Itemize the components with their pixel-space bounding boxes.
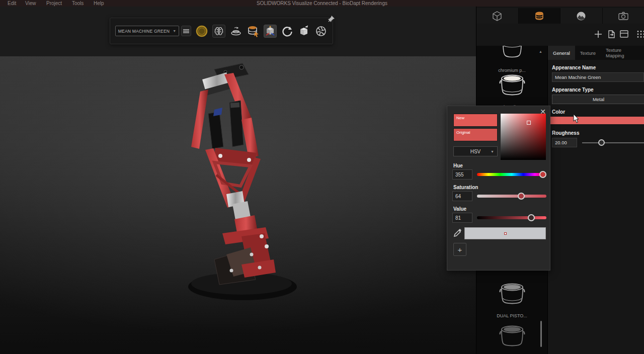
- viewport[interactable]: MEAN MACHINE GREEN ▼: [0, 7, 476, 354]
- appearance-type-button[interactable]: Metal: [552, 95, 644, 104]
- hue-label: Hue: [453, 163, 463, 168]
- tab-texture[interactable]: Texture: [575, 46, 601, 60]
- paint-bucket-cursor-icon[interactable]: [247, 25, 260, 38]
- color-mode-select[interactable]: HSV ▼: [453, 146, 498, 156]
- roughness-slider[interactable]: [582, 139, 644, 146]
- appearance-name-label: Appearance Name: [552, 65, 644, 70]
- eyedropper-icon[interactable]: [453, 228, 462, 240]
- saturation-slider-knob[interactable]: [518, 193, 525, 200]
- window-title: SOLIDWORKS Visualize Connected - BioDapt…: [0, 1, 644, 6]
- list-icon[interactable]: [181, 26, 191, 36]
- original-color-swatch[interactable]: Original: [453, 128, 498, 141]
- color-picker-dialog: ✕ New Original HSV ▼ Hue 355 Saturation …: [447, 106, 550, 271]
- appearance-dropdown-value: MEAN MACHINE GREEN: [118, 29, 170, 34]
- color-mode-value: HSV: [470, 149, 481, 154]
- library-item-red-medium[interactable]: red medium...: [476, 72, 547, 110]
- roughness-slider-knob[interactable]: [598, 139, 605, 146]
- panel-tab-bar: [476, 8, 644, 24]
- hue-slider-knob[interactable]: [539, 171, 546, 178]
- appearance-type-label: Appearance Type: [552, 87, 644, 93]
- cube-axes-icon[interactable]: [264, 25, 277, 38]
- aperture-icon[interactable]: [314, 25, 328, 38]
- color-swatch-bar[interactable]: [548, 117, 644, 124]
- saturation-field[interactable]: 64: [452, 191, 472, 201]
- value-slider-knob[interactable]: [528, 214, 535, 221]
- sv-marker[interactable]: [527, 121, 531, 125]
- gold-circle-icon[interactable]: [195, 25, 208, 38]
- new-color-swatch: New: [453, 114, 498, 127]
- tab-cameras[interactable]: [603, 8, 644, 24]
- color-label: Color: [552, 109, 644, 115]
- brain-icon[interactable]: [212, 25, 225, 38]
- tab-general[interactable]: General: [548, 46, 575, 60]
- library-item-chromium[interactable]: chromium p...: [476, 46, 547, 73]
- tab-texture-mapping[interactable]: Texture Mapping: [601, 46, 644, 60]
- prosthetic-leg-model[interactable]: [166, 59, 307, 311]
- recent-colors-bar[interactable]: [464, 227, 546, 239]
- hue-field[interactable]: 355: [452, 169, 472, 180]
- refresh-icon[interactable]: [281, 25, 294, 38]
- tab-models[interactable]: [476, 8, 519, 24]
- import-icon[interactable]: [607, 30, 615, 40]
- turntable-icon[interactable]: [229, 25, 243, 38]
- tab-appearances[interactable]: [519, 8, 561, 24]
- saturation-label: Saturation: [453, 185, 478, 190]
- appearance-properties: General Texture Texture Mapping Appearan…: [547, 46, 644, 354]
- recent-color-dot[interactable]: [504, 232, 507, 235]
- render-canvas[interactable]: [0, 56, 476, 354]
- viewport-toolbar: MEAN MACHINE GREEN ▼: [110, 18, 333, 44]
- saturation-slider[interactable]: [477, 193, 546, 200]
- menu-bar: Edit View Project Tools Help SOLIDWORKS …: [0, 0, 644, 7]
- original-color-label: Original: [456, 130, 470, 135]
- box-icon[interactable]: [297, 25, 310, 38]
- tab-environments[interactable]: [560, 8, 603, 24]
- appearance-name-field[interactable]: Mean Machine Green: [552, 72, 644, 82]
- add-icon[interactable]: [594, 30, 602, 40]
- mouse-cursor: [573, 114, 580, 126]
- new-color-label: New: [456, 116, 464, 120]
- add-swatch-button[interactable]: +: [453, 243, 466, 256]
- split-panel-icon[interactable]: [620, 30, 628, 40]
- chevron-down-icon: ▼: [173, 29, 176, 33]
- properties-tab-bar: General Texture Texture Mapping: [548, 46, 644, 60]
- value-field[interactable]: 81: [452, 213, 472, 223]
- value-label: Value: [453, 206, 466, 212]
- value-slider[interactable]: [477, 214, 546, 222]
- library-item-label: DUAL PISTO...: [476, 313, 547, 318]
- hue-slider[interactable]: [477, 171, 546, 179]
- panel-action-bar: [476, 24, 644, 46]
- grid-dots-icon[interactable]: [636, 30, 644, 40]
- library-scrollbar[interactable]: [540, 321, 542, 347]
- library-item-dual-pisto-1[interactable]: DUAL PISTO...: [476, 281, 547, 318]
- appearance-dropdown[interactable]: MEAN MACHINE GREEN ▼: [115, 26, 179, 36]
- saturation-value-field[interactable]: [501, 114, 546, 160]
- roughness-label: Roughness: [552, 130, 644, 136]
- chevron-down-icon: ▼: [491, 150, 494, 153]
- pin-icon[interactable]: [327, 15, 335, 25]
- library-item-dual-pisto-2[interactable]: DUAL PISTO...: [476, 323, 547, 354]
- roughness-field[interactable]: 20.00: [552, 138, 577, 147]
